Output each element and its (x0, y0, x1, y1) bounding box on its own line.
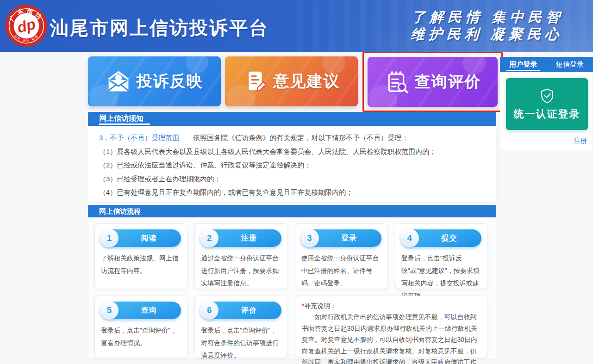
login-sidebar: 用户登录 短信登录 统一认证登录 注册 (500, 57, 593, 150)
step-pill: 4 提交 (401, 229, 481, 247)
slogan-line-2: 维护民利 凝聚民心 (410, 25, 563, 43)
complaint-button-label: 投诉反映 (137, 71, 203, 92)
unified-auth-login-button[interactable]: 统一认证登录 (506, 78, 588, 130)
step-label: 登录 (301, 229, 381, 247)
step-card-login: 3 登录 使用全省统一身份认证平台中已注册的姓名、证件号码、密码登录。 (295, 223, 388, 289)
tab-user-login[interactable]: 用户登录 (500, 57, 547, 72)
guangdong-xinfang-logo-icon: 广东信访 为民 法治 和谐 dp (5, 4, 48, 48)
header-slogan: 了解民情 集中民智 维护民利 凝聚民心 (410, 8, 564, 43)
complaint-button[interactable]: 投诉反映 (88, 56, 221, 106)
notice-item: （1）属各级人民代表大会以及县级以上各级人民代表大会常务委员会、人民法院、人民检… (99, 145, 485, 159)
notice-title-underline (99, 123, 150, 125)
register-link[interactable]: 注册 (574, 137, 587, 145)
step-pill: 3 登录 (301, 229, 381, 247)
step-label: 查询 (101, 302, 181, 319)
step-card-read: 1 阅读 了解相关政策法规、网上信访流程等内容。 (94, 223, 187, 289)
shield-check-icon (539, 87, 556, 104)
page-title: 汕尾市网上信访投诉平台 (50, 15, 269, 41)
notice-section-header: 网上信访须知 (88, 112, 496, 126)
step-pill: 6 评价 (201, 302, 281, 319)
step-card-submit: 4 提交 登录后，点击"投诉反映"或"意见建议"，按要求填写相关内容，提交投诉或… (395, 223, 488, 289)
login-tab-bar: 用户登录 短信登录 (500, 57, 593, 72)
tab-sms-login[interactable]: 短信登录 (547, 57, 593, 72)
suggestion-button[interactable]: 意见建议 (225, 56, 358, 106)
supplement-title: *补充说明： (302, 300, 481, 311)
step-pill: 1 阅读 (101, 229, 181, 247)
notice-item: （2）已经或依法应当通过诉讼、仲裁、行政复议等法定途径解决的； (99, 158, 485, 172)
step-pill: 5 查询 (101, 302, 181, 319)
petition-process-section: 网上信访流程 1 阅读 了解相关政策法规、网上信访流程等内容。 2 注册 通过全… (88, 205, 496, 360)
page-header: 广东信访 为民 法治 和谐 dp 汕尾市网上信访投诉平台 了解民情 集中民智 维… (0, 0, 593, 52)
process-steps-grid: 1 阅读 了解相关政策法规、网上信访流程等内容。 2 注册 通过全省统一身份认证… (88, 217, 496, 360)
step-label: 注册 (201, 229, 281, 247)
notice-section-title: 网上信访须知 (99, 114, 144, 122)
notice-scope-intro: 依照国务院《信访条例》的有关规定，对以下情形不予（不再）受理： (193, 134, 408, 142)
step-card-query: 5 查询 登录后，点击"查询评价"，查看办理情况。 (94, 296, 187, 358)
notice-item: （4）已有处理意见且正在复查期限内的，或者已有复查意见且正在复核期限内的； (99, 185, 485, 199)
notice-scope-line: 3．不予（不再）受理范围依照国务院《信访条例》的有关规定，对以下情形不予（不再）… (99, 131, 485, 145)
process-section-title: 网上信访流程 (99, 207, 141, 215)
main-actions-row: 投诉反映 意见建议 查询评价 (88, 52, 503, 112)
slogan-line-1: 了解民情 集中民智 (411, 8, 564, 25)
notice-body: 3．不予（不再）受理范围依照国务院《信访条例》的有关规定，对以下情形不予（不再）… (88, 126, 496, 202)
process-section-header: 网上信访流程 (88, 205, 496, 217)
step-label: 提交 (401, 229, 481, 247)
notice-item: （5）已有复核意见的； (99, 199, 485, 202)
step-label: 评价 (201, 302, 281, 319)
petition-notice-section: 网上信访须知 3．不予（不再）受理范围依照国务院《信访条例》的有关规定，对以下情… (88, 112, 496, 202)
step-label: 阅读 (101, 229, 181, 247)
supplement-label: 补充说明： (304, 302, 337, 309)
document-edit-icon (243, 69, 268, 94)
step-description: 通过全省统一身份认证平台进行新用户注册，按要求如实填写注册信息。 (201, 252, 281, 290)
step-card-evaluate: 6 评价 登录后，点击"查询评价"，对符合条件的信访事项进行满意度评价。 (194, 296, 287, 358)
step-pill: 2 注册 (201, 229, 281, 247)
clipboard-search-icon (384, 69, 409, 94)
unified-auth-login-label: 统一认证登录 (514, 107, 581, 121)
supplement-text: 如对行政机关作出的信访事项处理意见不服，可以自收到书面答复之日起30日内请求原办… (302, 311, 481, 364)
step-description: 登录后，点击"查询评价"，查看办理情况。 (101, 324, 181, 349)
envelope-icon (106, 69, 131, 94)
query-highlight-annotation: 查询评价 (362, 52, 503, 112)
notice-scope-label: 3．不予（不再）受理范围 (99, 134, 179, 142)
step-description: 登录后，点击"投诉反映"或"意见建议"，按要求填写相关内容，提交投诉或建议事项。 (401, 252, 481, 302)
suggestion-button-label: 意见建议 (274, 71, 340, 92)
step-description: 登录后，点击"查询评价"，对符合条件的信访事项进行满意度评价。 (201, 324, 281, 362)
login-panel: 统一认证登录 注册 (500, 72, 593, 150)
query-button-label: 查询评价 (415, 71, 481, 93)
step-description: 了解相关政策法规、网上信访流程等内容。 (101, 252, 181, 277)
query-evaluate-button[interactable]: 查询评价 (368, 57, 498, 107)
step-description: 使用全省统一身份认证平台中已注册的姓名、证件号码、密码登录。 (301, 252, 381, 290)
supplement-note-card: *补充说明： 如对行政机关作出的信访事项处理意见不服，可以自收到书面答复之日起3… (295, 296, 488, 358)
step-card-register: 2 注册 通过全省统一身份认证平台进行新用户注册，按要求如实填写注册信息。 (194, 223, 287, 289)
notice-item: （3）已经受理或者正在办理期限内的； (99, 172, 485, 186)
